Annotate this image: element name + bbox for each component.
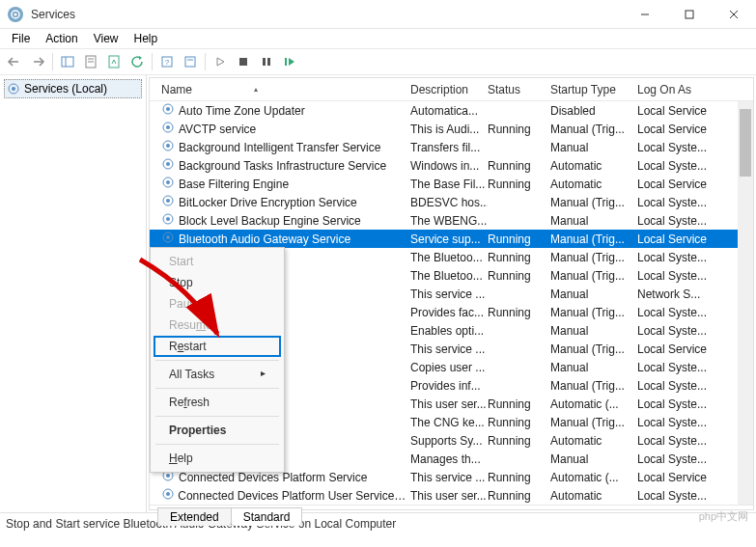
service-row[interactable]: Background Intelligent Transfer ServiceT… (150, 138, 753, 156)
service-logon: Local Syste... (637, 251, 724, 264)
col-startup-header[interactable]: Startup Type (550, 83, 637, 96)
svg-point-29 (166, 144, 170, 148)
gear-icon (161, 121, 175, 137)
service-logon: Network S... (637, 287, 724, 301)
service-desc: Provides fac... (410, 306, 488, 319)
tab-standard[interactable]: Standard (231, 507, 303, 526)
service-startup: Manual (550, 287, 637, 301)
service-row[interactable]: Connected Devices Platform User Service_… (150, 486, 753, 505)
service-status: Running (488, 159, 550, 173)
properties-button[interactable] (80, 51, 101, 72)
ctx-help[interactable]: Help (154, 448, 281, 469)
service-desc: Manages th... (410, 452, 488, 466)
svg-point-65 (166, 474, 170, 478)
service-row[interactable]: Block Level Backup Engine ServiceThe WBE… (150, 211, 753, 230)
service-startup: Manual (550, 214, 637, 228)
gear-icon (161, 194, 175, 210)
service-name: Background Intelligent Transfer Service (179, 141, 380, 154)
forward-button[interactable] (27, 51, 48, 72)
app-icon (8, 7, 23, 22)
service-row[interactable]: AVCTP serviceThis is Audi...RunningManua… (150, 120, 753, 138)
service-logon: Local Syste... (637, 361, 724, 374)
service-startup: Automatic (... (550, 397, 637, 411)
gear-icon (161, 487, 174, 504)
col-logon-header[interactable]: Log On As (637, 83, 724, 96)
help-button[interactable]: ? (156, 51, 178, 72)
service-desc: Automatica... (410, 104, 488, 118)
maximize-button[interactable] (667, 0, 712, 29)
service-row[interactable]: Auto Time Zone UpdaterAutomatica...Disab… (150, 101, 753, 120)
back-button[interactable] (4, 51, 25, 72)
service-desc: This service ... (410, 287, 488, 301)
menu-file[interactable]: File (4, 30, 38, 47)
service-logon: Local Syste... (637, 416, 724, 429)
service-row[interactable]: Background Tasks Infrastructure ServiceW… (150, 156, 753, 175)
ctx-restart[interactable]: Restart (154, 336, 281, 357)
service-startup: Disabled (550, 104, 637, 118)
show-hide-tree-button[interactable] (57, 51, 78, 72)
service-logon: Local Service (637, 178, 724, 191)
svg-point-35 (166, 199, 170, 203)
scrollbar-thumb[interactable] (740, 109, 751, 177)
service-name: AVCTP service (179, 123, 256, 136)
stop-service-button[interactable] (233, 51, 254, 72)
tree-root-item[interactable]: Services (Local) (4, 79, 142, 98)
scrollbar-track[interactable] (738, 101, 753, 505)
close-button[interactable] (712, 0, 756, 29)
refresh-button[interactable] (126, 51, 148, 72)
service-logon: Local Syste... (637, 159, 724, 173)
ctx-refresh[interactable]: Refresh (154, 392, 281, 413)
service-row[interactable]: BitLocker Drive Encryption ServiceBDESVC… (150, 193, 753, 211)
svg-rect-3 (686, 11, 693, 18)
restart-service-button[interactable] (279, 51, 300, 72)
pause-service-button[interactable] (256, 51, 277, 72)
col-status-header[interactable]: Status (488, 83, 550, 96)
gear-icon (161, 176, 175, 192)
help2-button[interactable] (180, 51, 201, 72)
service-desc: The Bluetoo... (410, 269, 488, 283)
service-startup: Manual (Trig... (550, 306, 637, 319)
service-name: BitLocker Drive Encryption Service (179, 196, 357, 209)
export-button[interactable] (103, 51, 125, 72)
service-logon: Local Service (637, 123, 724, 136)
ctx-properties[interactable]: Properties (154, 420, 281, 441)
service-status: Running (488, 434, 550, 448)
main-area: Services (Local) Name▴ Description Statu… (0, 75, 756, 512)
svg-point-39 (166, 235, 170, 239)
minimize-button[interactable] (623, 0, 667, 29)
ctx-all-tasks[interactable]: All Tasks (154, 364, 281, 385)
start-service-button[interactable] (210, 51, 231, 72)
ctx-start: Start (154, 251, 281, 272)
toolbar: ? (0, 48, 756, 75)
menu-action[interactable]: Action (38, 30, 85, 47)
service-logon: Local Syste... (637, 269, 724, 283)
col-desc-header[interactable]: Description (410, 83, 488, 96)
svg-rect-16 (185, 57, 195, 67)
service-desc: Copies user ... (410, 361, 488, 374)
col-name-header[interactable]: Name▴ (150, 83, 410, 96)
menu-view[interactable]: View (86, 30, 126, 47)
svg-rect-8 (62, 57, 73, 67)
service-desc: This user ser... (410, 397, 488, 411)
tab-extended[interactable]: Extended (157, 507, 232, 526)
service-row[interactable]: Bluetooth Audio Gateway ServiceService s… (150, 230, 753, 248)
service-desc: The WBENG... (410, 214, 488, 228)
ctx-sep3 (155, 416, 279, 417)
svg-text:?: ? (165, 58, 170, 67)
ctx-sep1 (155, 360, 279, 361)
service-logon: Local Syste... (637, 214, 724, 228)
service-logon: Local Syste... (637, 324, 724, 338)
service-startup: Automatic (... (550, 471, 637, 484)
service-desc: This service ... (410, 471, 488, 484)
service-startup: Automatic (550, 489, 637, 503)
service-row[interactable]: Base Filtering EngineThe Base Fil...Runn… (150, 175, 753, 193)
service-startup: Manual (Trig... (550, 251, 637, 264)
service-desc: BDESVC hos... (410, 196, 488, 209)
service-startup: Manual (550, 141, 637, 154)
service-status: Running (488, 123, 550, 136)
service-status: Running (488, 471, 550, 484)
menu-help[interactable]: Help (126, 30, 166, 47)
svg-rect-18 (239, 58, 247, 66)
ctx-stop[interactable]: Stop (154, 272, 281, 293)
service-status: Running (488, 232, 550, 246)
